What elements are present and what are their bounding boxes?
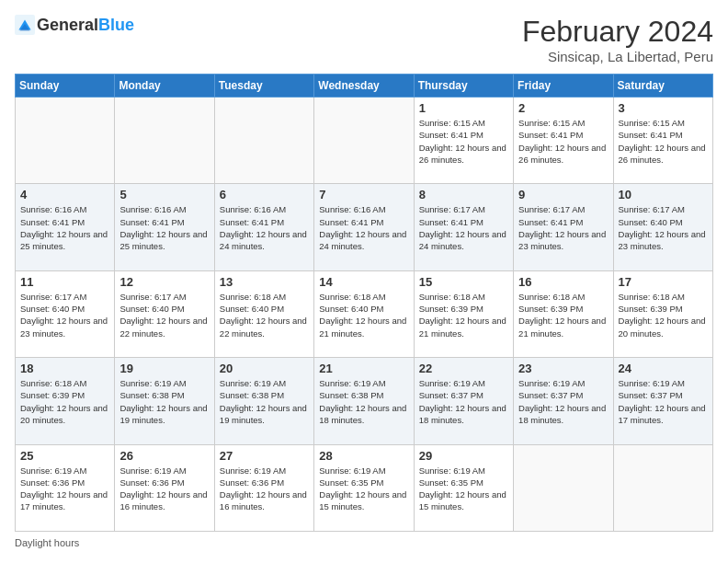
day-number: 6 xyxy=(220,188,309,201)
calendar-cell: 15Sunrise: 6:18 AM Sunset: 6:39 PM Dayli… xyxy=(414,270,513,357)
calendar-cell xyxy=(314,98,414,184)
day-number: 9 xyxy=(518,188,608,201)
day-info: Sunrise: 6:18 AM Sunset: 6:39 PM Dayligh… xyxy=(518,291,608,339)
calendar-cell: 20Sunrise: 6:19 AM Sunset: 6:38 PM Dayli… xyxy=(214,358,313,444)
calendar-cell: 16Sunrise: 6:18 AM Sunset: 6:39 PM Dayli… xyxy=(514,270,613,357)
logo-text: GeneralBlue xyxy=(37,16,134,35)
day-number: 27 xyxy=(220,449,309,463)
day-info: Sunrise: 6:16 AM Sunset: 6:41 PM Dayligh… xyxy=(319,203,408,252)
calendar-header: Sunday Monday Tuesday Wednesday Thursday… xyxy=(16,75,713,98)
day-number: 15 xyxy=(419,275,508,289)
day-info: Sunrise: 6:17 AM Sunset: 6:40 PM Dayligh… xyxy=(619,203,708,252)
day-number: 14 xyxy=(319,275,408,289)
calendar-cell: 18Sunrise: 6:18 AM Sunset: 6:39 PM Dayli… xyxy=(16,358,115,444)
calendar-cell: 25Sunrise: 6:19 AM Sunset: 6:36 PM Dayli… xyxy=(16,444,115,531)
col-saturday: Saturday xyxy=(613,75,712,98)
calendar-week-row: 18Sunrise: 6:18 AM Sunset: 6:39 PM Dayli… xyxy=(16,358,713,444)
day-info: Sunrise: 6:16 AM Sunset: 6:41 PM Dayligh… xyxy=(20,203,109,252)
day-info: Sunrise: 6:16 AM Sunset: 6:41 PM Dayligh… xyxy=(220,203,309,252)
calendar-cell: 17Sunrise: 6:18 AM Sunset: 6:39 PM Dayli… xyxy=(613,270,712,357)
calendar-cell: 11Sunrise: 6:17 AM Sunset: 6:40 PM Dayli… xyxy=(16,270,115,357)
logo-general: General xyxy=(37,16,98,34)
day-number: 23 xyxy=(518,362,608,375)
calendar-cell: 9Sunrise: 6:17 AM Sunset: 6:41 PM Daylig… xyxy=(514,184,613,270)
col-wednesday: Wednesday xyxy=(314,75,414,98)
calendar-cell xyxy=(115,98,214,184)
footer: Daylight hours xyxy=(15,537,713,548)
calendar-cell: 5Sunrise: 6:16 AM Sunset: 6:41 PM Daylig… xyxy=(115,184,214,270)
calendar-cell xyxy=(514,444,613,531)
title-block: February 2024 Sinsicap, La Libertad, Per… xyxy=(522,15,713,64)
day-number: 10 xyxy=(619,188,708,201)
day-info: Sunrise: 6:15 AM Sunset: 6:41 PM Dayligh… xyxy=(619,117,708,166)
calendar-cell: 6Sunrise: 6:16 AM Sunset: 6:41 PM Daylig… xyxy=(214,184,313,270)
calendar-week-row: 4Sunrise: 6:16 AM Sunset: 6:41 PM Daylig… xyxy=(16,184,713,270)
day-info: Sunrise: 6:18 AM Sunset: 6:40 PM Dayligh… xyxy=(220,291,309,339)
day-number: 13 xyxy=(220,275,309,289)
calendar-cell: 29Sunrise: 6:19 AM Sunset: 6:35 PM Dayli… xyxy=(414,444,513,531)
header-row: Sunday Monday Tuesday Wednesday Thursday… xyxy=(16,75,713,98)
calendar-cell xyxy=(613,444,712,531)
day-info: Sunrise: 6:17 AM Sunset: 6:40 PM Dayligh… xyxy=(119,291,209,339)
day-info: Sunrise: 6:15 AM Sunset: 6:41 PM Dayligh… xyxy=(419,117,508,166)
calendar-cell: 12Sunrise: 6:17 AM Sunset: 6:40 PM Dayli… xyxy=(115,270,214,357)
day-info: Sunrise: 6:19 AM Sunset: 6:38 PM Dayligh… xyxy=(119,377,209,426)
calendar-cell xyxy=(214,98,313,184)
calendar-table: Sunday Monday Tuesday Wednesday Thursday… xyxy=(15,74,713,532)
day-info: Sunrise: 6:19 AM Sunset: 6:37 PM Dayligh… xyxy=(619,377,708,426)
day-number: 18 xyxy=(20,362,109,375)
day-number: 20 xyxy=(220,362,309,375)
day-number: 29 xyxy=(419,449,508,463)
col-sunday: Sunday xyxy=(16,75,115,98)
calendar-cell: 4Sunrise: 6:16 AM Sunset: 6:41 PM Daylig… xyxy=(16,184,115,270)
day-number: 21 xyxy=(319,362,408,375)
logo: GeneralBlue xyxy=(15,15,134,35)
day-info: Sunrise: 6:19 AM Sunset: 6:37 PM Dayligh… xyxy=(419,377,508,426)
page: GeneralBlue February 2024 Sinsicap, La L… xyxy=(0,0,728,563)
calendar-cell xyxy=(16,98,115,184)
day-number: 25 xyxy=(20,449,109,463)
calendar-week-row: 1Sunrise: 6:15 AM Sunset: 6:41 PM Daylig… xyxy=(16,98,713,184)
calendar-cell: 8Sunrise: 6:17 AM Sunset: 6:41 PM Daylig… xyxy=(414,184,513,270)
day-info: Sunrise: 6:15 AM Sunset: 6:41 PM Dayligh… xyxy=(518,117,608,166)
day-number: 7 xyxy=(319,188,408,201)
day-number: 5 xyxy=(119,188,209,201)
calendar-cell: 14Sunrise: 6:18 AM Sunset: 6:40 PM Dayli… xyxy=(314,270,414,357)
day-number: 12 xyxy=(119,275,209,289)
calendar-cell: 13Sunrise: 6:18 AM Sunset: 6:40 PM Dayli… xyxy=(214,270,313,357)
day-number: 3 xyxy=(619,101,708,115)
calendar-cell: 7Sunrise: 6:16 AM Sunset: 6:41 PM Daylig… xyxy=(314,184,414,270)
logo-blue: Blue xyxy=(98,16,134,34)
day-info: Sunrise: 6:18 AM Sunset: 6:39 PM Dayligh… xyxy=(20,377,109,426)
day-number: 22 xyxy=(419,362,508,375)
day-info: Sunrise: 6:19 AM Sunset: 6:35 PM Dayligh… xyxy=(319,465,408,513)
calendar-cell: 22Sunrise: 6:19 AM Sunset: 6:37 PM Dayli… xyxy=(414,358,513,444)
generalblue-logo-icon xyxy=(15,15,35,35)
day-info: Sunrise: 6:19 AM Sunset: 6:36 PM Dayligh… xyxy=(20,465,109,513)
calendar-cell: 24Sunrise: 6:19 AM Sunset: 6:37 PM Dayli… xyxy=(613,358,712,444)
day-number: 1 xyxy=(419,101,508,115)
day-number: 16 xyxy=(518,275,608,289)
col-friday: Friday xyxy=(514,75,613,98)
calendar-week-row: 25Sunrise: 6:19 AM Sunset: 6:36 PM Dayli… xyxy=(16,444,713,531)
col-tuesday: Tuesday xyxy=(214,75,313,98)
day-info: Sunrise: 6:18 AM Sunset: 6:40 PM Dayligh… xyxy=(319,291,408,339)
day-info: Sunrise: 6:19 AM Sunset: 6:36 PM Dayligh… xyxy=(119,465,209,513)
day-number: 8 xyxy=(419,188,508,201)
calendar-cell: 1Sunrise: 6:15 AM Sunset: 6:41 PM Daylig… xyxy=(414,98,513,184)
calendar-cell: 2Sunrise: 6:15 AM Sunset: 6:41 PM Daylig… xyxy=(514,98,613,184)
calendar-cell: 21Sunrise: 6:19 AM Sunset: 6:38 PM Dayli… xyxy=(314,358,414,444)
day-number: 26 xyxy=(119,449,209,463)
calendar-cell: 27Sunrise: 6:19 AM Sunset: 6:36 PM Dayli… xyxy=(214,444,313,531)
day-info: Sunrise: 6:18 AM Sunset: 6:39 PM Dayligh… xyxy=(619,291,708,339)
calendar-cell: 23Sunrise: 6:19 AM Sunset: 6:37 PM Dayli… xyxy=(514,358,613,444)
daylight-label: Daylight hours xyxy=(15,537,79,548)
day-info: Sunrise: 6:16 AM Sunset: 6:41 PM Dayligh… xyxy=(119,203,209,252)
day-info: Sunrise: 6:19 AM Sunset: 6:35 PM Dayligh… xyxy=(419,465,508,513)
calendar-cell: 28Sunrise: 6:19 AM Sunset: 6:35 PM Dayli… xyxy=(314,444,414,531)
day-info: Sunrise: 6:18 AM Sunset: 6:39 PM Dayligh… xyxy=(419,291,508,339)
day-number: 11 xyxy=(20,275,109,289)
day-number: 4 xyxy=(20,188,109,201)
calendar-cell: 10Sunrise: 6:17 AM Sunset: 6:40 PM Dayli… xyxy=(613,184,712,270)
day-info: Sunrise: 6:17 AM Sunset: 6:41 PM Dayligh… xyxy=(419,203,508,252)
